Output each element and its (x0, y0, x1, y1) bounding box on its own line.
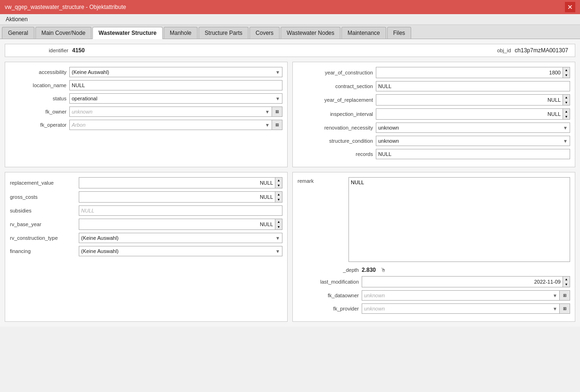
financing-combo[interactable]: (Keine Auswahl) ▼ (79, 246, 282, 256)
status-label: status (10, 96, 66, 101)
rv-construction-type-arrow: ▼ (275, 236, 280, 241)
location-name-row: location_name NULL (10, 80, 282, 90)
fk-owner-combo[interactable]: unknown ▼ (69, 106, 272, 117)
remark-label: remark (298, 177, 345, 262)
last-modification-row: last_modification 2022-11-09 ▲ ▼ (298, 276, 570, 287)
fk-operator-combo[interactable]: Arbon ▼ (69, 120, 272, 130)
replacement-value-label: replacement_value (10, 180, 76, 186)
replacement-value-down[interactable]: ▼ (275, 183, 282, 188)
structure-condition-combo[interactable]: unknown ▼ (376, 136, 570, 146)
structure-condition-row: structure_condition unknown ▼ (298, 136, 570, 146)
year-construction-spinner: ▲ ▼ (563, 67, 570, 78)
structure-condition-arrow: ▼ (563, 139, 568, 144)
fk-dataowner-arrow: ▼ (553, 293, 557, 298)
subsidies-input[interactable]: NULL (79, 205, 282, 216)
inspection-interval-row: inspection_interval NULL ▲ ▼ (298, 108, 570, 120)
aktionen-menu[interactable]: Aktionen (4, 15, 30, 24)
inspection-interval-down[interactable]: ▼ (563, 114, 570, 119)
tab-structure-parts[interactable]: Structure Parts (199, 27, 249, 39)
inspection-interval-up[interactable]: ▲ (563, 109, 570, 114)
year-replacement-input[interactable]: NULL (376, 94, 563, 106)
inspection-interval-spinner: ▲ ▼ (563, 108, 570, 120)
year-construction-up[interactable]: ▲ (563, 67, 570, 73)
rv-construction-type-combo[interactable]: (Keine Auswahl) ▼ (79, 233, 282, 243)
close-button[interactable]: ✕ (565, 2, 575, 12)
rv-base-year-spinner: ▲ ▼ (275, 219, 282, 230)
last-modification-input[interactable]: 2022-11-09 (362, 276, 563, 287)
fk-owner-table-btn[interactable]: ⊞ (272, 106, 282, 117)
replacement-value-up[interactable]: ▲ (275, 178, 282, 183)
right-panel: year_of_construction 1800 ▲ ▼ contract_s… (292, 62, 575, 167)
last-mod-up[interactable]: ▲ (563, 277, 570, 282)
fk-provider-row: fk_provider unknown ▼ ⊞ (298, 303, 570, 314)
fk-operator-table-btn[interactable]: ⊞ (272, 120, 282, 130)
bottom-sections: replacement_value NULL ▲ ▼ gross_costs N (5, 172, 575, 322)
tab-wastewater-nodes[interactable]: Wastewater Nodes (281, 27, 340, 39)
replacement-value-spinner: ▲ ▼ (275, 177, 282, 188)
obj-id-label: obj_id (455, 48, 511, 53)
fk-provider-label: fk_provider (298, 306, 359, 311)
records-row: records NULL (298, 149, 570, 159)
contract-section-input[interactable]: NULL (376, 81, 570, 91)
rv-construction-type-label: rv_construction_type (10, 235, 76, 241)
gross-costs-row: gross_costs NULL ▲ ▼ (10, 191, 282, 203)
fk-dataowner-table-btn[interactable]: ⊞ (560, 290, 570, 301)
location-name-label: location_name (10, 82, 66, 88)
tab-general[interactable]: General (2, 27, 34, 39)
fk-dataowner-row: fk_dataowner unknown ▼ ⊞ (298, 290, 570, 301)
header-row: identifier 4150 obj_id ch13p7mzMA001307 (5, 44, 575, 57)
status-arrow: ▼ (275, 96, 280, 101)
tab-covers[interactable]: Covers (249, 27, 280, 39)
subsidies-label: subsidies (10, 208, 76, 213)
remark-textarea[interactable] (348, 177, 570, 262)
year-replacement-label: year_of_replacement (298, 97, 373, 103)
cursor-indicator: 🖱 (381, 267, 386, 273)
year-replacement-up[interactable]: ▲ (563, 95, 570, 100)
tab-main-cover[interactable]: Main Cover/Node (35, 27, 91, 39)
accessibility-combo[interactable]: (Keine Auswahl) ▼ (69, 67, 282, 77)
identifier-value: 4150 (72, 47, 85, 54)
renovation-necessity-combo[interactable]: unknown ▼ (376, 122, 570, 133)
rv-construction-type-row: rv_construction_type (Keine Auswahl) ▼ (10, 233, 282, 243)
tab-manhole[interactable]: Manhole (164, 27, 198, 39)
depth-label: _depth (298, 267, 359, 273)
records-input[interactable]: NULL (376, 149, 570, 159)
tab-maintenance[interactable]: Maintenance (341, 27, 386, 39)
rv-base-year-up[interactable]: ▲ (275, 219, 282, 224)
contract-section-row: contract_section NULL (298, 81, 570, 91)
fk-operator-row: fk_operator Arbon ▼ ⊞ (10, 120, 282, 130)
year-construction-down[interactable]: ▼ (563, 73, 570, 78)
replacement-value-row: replacement_value NULL ▲ ▼ (10, 177, 282, 188)
financing-arrow: ▼ (275, 249, 280, 254)
last-mod-down[interactable]: ▼ (563, 282, 570, 287)
financing-row: financing (Keine Auswahl) ▼ (10, 246, 282, 256)
gross-costs-down[interactable]: ▼ (275, 197, 282, 202)
year-construction-input[interactable]: 1800 (376, 67, 563, 78)
fk-dataowner-combo[interactable]: unknown ▼ (362, 290, 560, 301)
year-replacement-down[interactable]: ▼ (563, 100, 570, 105)
gross-costs-up[interactable]: ▲ (275, 192, 282, 197)
structure-condition-label: structure_condition (298, 138, 373, 144)
rv-base-year-input[interactable]: NULL (79, 219, 275, 230)
fk-owner-row: fk_owner unknown ▼ ⊞ (10, 106, 282, 117)
gross-costs-label: gross_costs (10, 194, 76, 200)
location-name-input[interactable]: NULL (69, 80, 282, 90)
bottom-left-panel: replacement_value NULL ▲ ▼ gross_costs N (5, 172, 288, 322)
tab-files[interactable]: Files (387, 27, 411, 39)
bottom-right-panel: remark _depth 2.830 🖱 last_modification … (292, 172, 575, 322)
tab-wastewater-structure[interactable]: Wastewater Structure (92, 27, 163, 39)
status-combo[interactable]: operational ▼ (69, 93, 282, 104)
fk-operator-arrow: ▼ (265, 122, 270, 128)
fk-provider-combo[interactable]: unknown ▼ (362, 303, 560, 314)
fk-provider-table-btn[interactable]: ⊞ (560, 303, 570, 314)
replacement-value-input[interactable]: NULL (79, 177, 275, 188)
menu-bar: Aktionen (0, 14, 580, 25)
title-bar: vw_qgep_wastewater_structure - Objektatt… (0, 0, 580, 14)
rv-base-year-down[interactable]: ▼ (275, 224, 282, 229)
gross-costs-input[interactable]: NULL (79, 191, 275, 203)
subsidies-row: subsidies NULL (10, 205, 282, 216)
remark-section: remark (298, 177, 570, 262)
inspection-interval-input[interactable]: NULL (376, 108, 563, 120)
year-construction-row: year_of_construction 1800 ▲ ▼ (298, 67, 570, 78)
gross-costs-spinner: ▲ ▼ (275, 191, 282, 203)
